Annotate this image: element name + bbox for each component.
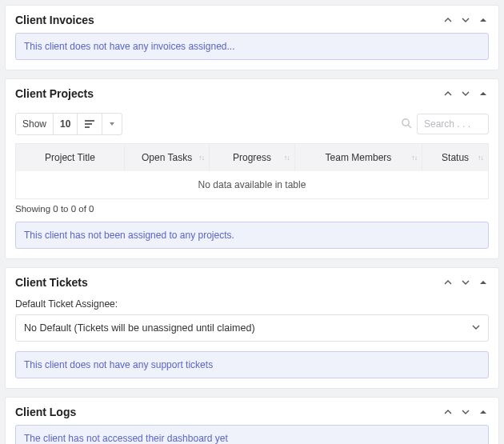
panel-title: Client Logs [15, 406, 76, 418]
sort-icon: ↑↓ [411, 155, 417, 161]
empty-invoices-message: This client does not have any invoices a… [15, 33, 489, 60]
move-down-icon[interactable] [460, 277, 471, 288]
table-header-row: Project Title Open Tasks↑↓ Progress↑↓ Te… [16, 144, 489, 172]
sort-lines-icon [78, 114, 102, 134]
assignee-label: Default Ticket Assignee: [15, 298, 489, 310]
sort-icon: ↑↓ [284, 155, 290, 161]
col-status[interactable]: Status↑↓ [422, 144, 489, 172]
move-down-icon[interactable] [460, 406, 471, 418]
search-input[interactable] [417, 114, 489, 134]
move-up-icon[interactable] [442, 277, 454, 288]
sort-icon: ↑↓ [198, 155, 204, 161]
projects-table: Project Title Open Tasks↑↓ Progress↑↓ Te… [15, 143, 489, 199]
client-tickets-panel: Client Tickets Default Ticket Assignee: … [5, 267, 499, 389]
panel-title: Client Tickets [15, 276, 88, 289]
collapse-icon[interactable] [478, 277, 489, 288]
svg-point-3 [402, 118, 409, 125]
panel-header: Client Invoices [15, 6, 489, 33]
svg-line-4 [408, 125, 411, 128]
col-open-tasks[interactable]: Open Tasks↑↓ [124, 144, 209, 172]
move-up-icon[interactable] [442, 406, 454, 418]
search-wrap [401, 114, 489, 134]
sort-icon: ↑↓ [478, 155, 483, 161]
show-count: 10 [54, 114, 78, 134]
empty-logs-message: The client has not accessed their dashbo… [15, 425, 489, 444]
panel-controls [442, 14, 489, 26]
panel-title: Client Invoices [15, 14, 94, 26]
assignee-selected-value: No Default (Tickets will be unassigned u… [24, 322, 255, 334]
show-label: Show [16, 114, 54, 134]
panel-header: Client Tickets [15, 268, 489, 295]
empty-projects-message: This client has not been assigned to any… [15, 222, 489, 249]
collapse-icon[interactable] [478, 14, 489, 26]
move-up-icon[interactable] [442, 88, 454, 99]
page-size-selector[interactable]: Show 10 [15, 113, 122, 135]
no-data-cell: No data available in table [16, 171, 489, 199]
table-toolbar: Show 10 [15, 113, 489, 135]
table-showing-info: Showing 0 to 0 of 0 [15, 204, 489, 214]
col-team-members[interactable]: Team Members↑↓ [294, 144, 422, 172]
search-icon [401, 118, 412, 131]
empty-tickets-message: This client does not have any support ti… [15, 351, 489, 378]
client-logs-panel: Client Logs The client has not accessed … [5, 397, 499, 444]
client-invoices-panel: Client Invoices This client does not hav… [5, 5, 499, 70]
panel-controls [442, 406, 489, 418]
chevron-down-icon [472, 322, 480, 334]
collapse-icon[interactable] [478, 406, 489, 418]
assignee-select[interactable]: No Default (Tickets will be unassigned u… [15, 314, 489, 342]
collapse-icon[interactable] [478, 88, 489, 99]
panel-controls [442, 88, 489, 99]
table-empty-row: No data available in table [16, 171, 489, 199]
move-down-icon[interactable] [460, 88, 471, 99]
move-down-icon[interactable] [460, 14, 471, 26]
panel-title: Client Projects [15, 87, 94, 100]
dropdown-caret-icon [102, 114, 122, 134]
panel-header: Client Projects [15, 79, 489, 106]
panel-header: Client Logs [15, 398, 489, 425]
move-up-icon[interactable] [442, 14, 454, 26]
panel-controls [442, 277, 489, 288]
client-projects-panel: Client Projects Show 10 Project Title Op… [5, 78, 499, 259]
col-project-title[interactable]: Project Title [16, 144, 125, 172]
col-progress[interactable]: Progress↑↓ [210, 144, 294, 172]
